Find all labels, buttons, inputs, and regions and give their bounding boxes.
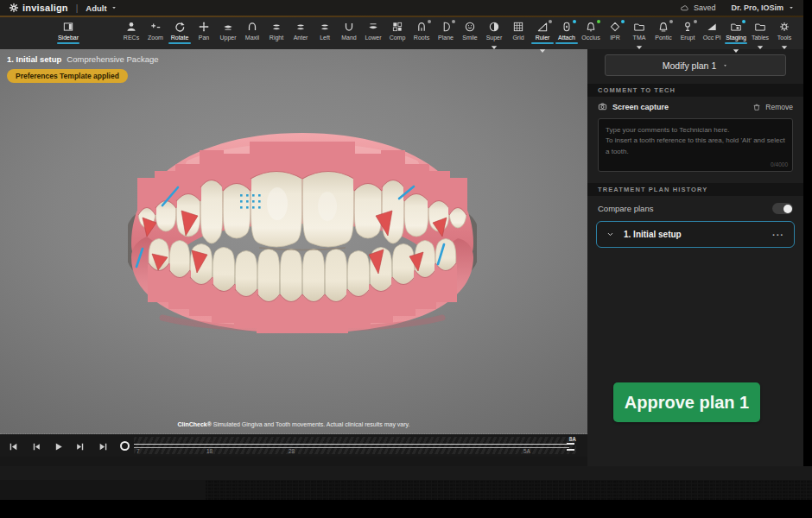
model-viewport[interactable]: 1. Initial setupComprehensive Package Pr… xyxy=(0,49,587,434)
video-noise-band xyxy=(206,480,812,500)
tool-icon xyxy=(609,21,621,33)
toolbar-item-occlus[interactable]: Occlus xyxy=(579,20,603,41)
compare-plans-row: Compare plans xyxy=(598,202,793,215)
status-dot xyxy=(428,20,431,23)
toolbar-item-comp[interactable]: Comp xyxy=(385,20,409,41)
tool-icon xyxy=(730,21,742,33)
screen-capture-label: Screen capture xyxy=(612,103,669,111)
plan-title: 1. Initial setupComprehensive Package xyxy=(7,54,159,64)
tool-icon xyxy=(464,21,476,33)
toolbar-item-grid[interactable]: Grid xyxy=(506,20,530,41)
tool-label: Super xyxy=(486,35,503,41)
brand-logo: invisalign xyxy=(9,3,68,13)
toolbar-item-lower[interactable]: Lower xyxy=(361,20,385,41)
more-options-icon[interactable]: ··· xyxy=(772,231,784,238)
caret-down-icon xyxy=(111,4,117,11)
tool-label: Anter xyxy=(294,35,308,41)
modify-plan-button[interactable]: Modify plan 1 xyxy=(605,54,786,76)
toolbar-item-right[interactable]: Right xyxy=(264,20,289,41)
playback-icon xyxy=(75,441,86,452)
tool-icon xyxy=(198,21,210,33)
teeth-3d-model[interactable] xyxy=(128,114,477,347)
playback-icon xyxy=(30,441,41,452)
approve-plan-button[interactable]: Approve plan 1 xyxy=(613,382,760,422)
remove-button[interactable]: Remove xyxy=(752,103,793,111)
caret-down-icon xyxy=(730,45,742,57)
toolbar-item-occ-pl[interactable]: Occ Pl xyxy=(700,20,724,41)
track-end-marker xyxy=(567,443,574,451)
tool-label: Right xyxy=(270,35,283,41)
toolbar-item-zoom[interactable]: Zoom xyxy=(143,20,168,41)
status-dot xyxy=(549,20,552,23)
status-dot xyxy=(597,20,600,23)
toolbar-item-plane[interactable]: Plane xyxy=(434,20,458,41)
caret-down-icon xyxy=(754,41,766,54)
tool-label: Mand xyxy=(341,35,357,41)
clincheck-disclaimer: ClinCheck® Simulated Gingiva and Tooth m… xyxy=(0,421,587,427)
tool-label: Maxil xyxy=(245,35,259,41)
compare-plans-toggle[interactable] xyxy=(772,203,793,214)
comment-textarea[interactable]: Type your comments to Technician here. T… xyxy=(598,118,793,172)
toolbar-item-tables[interactable]: Tables xyxy=(748,20,772,54)
active-underline xyxy=(168,42,191,44)
toolbar-item-erupt[interactable]: Erupt xyxy=(676,20,700,41)
toolbar-item-super[interactable]: Super xyxy=(482,20,506,54)
screen-capture-button[interactable]: Screen capture xyxy=(598,102,669,111)
toggle-knob xyxy=(783,205,792,213)
tool-icon xyxy=(488,21,500,33)
toolbar-item-roots[interactable]: Roots xyxy=(409,20,434,41)
toolbar-item-pontic[interactable]: Pontic xyxy=(651,20,676,41)
current-stage-marker[interactable] xyxy=(120,441,130,451)
top-bar: invisalign | Adult Saved Dr. Pro, IOSim xyxy=(0,0,803,16)
tool-label: Upper xyxy=(219,35,236,41)
toolbar-item-attach[interactable]: Attach xyxy=(555,20,579,44)
tool-icon xyxy=(512,21,524,33)
toolbar-item-ipr[interactable]: IPR xyxy=(603,20,627,41)
patient-mode-label: Adult xyxy=(86,3,106,13)
plan-history-item[interactable]: 1. Initial setup ··· xyxy=(596,221,795,248)
treatment-plan-history-header: TREATMENT PLAN HISTORY xyxy=(587,183,803,196)
top-bar-right: Saved Dr. Pro, IOSim xyxy=(680,3,795,13)
tool-label: Ruler xyxy=(536,35,550,41)
toolbar-item-tma[interactable]: TMA xyxy=(627,20,651,54)
tool-icon xyxy=(416,21,428,33)
package-label: Comprehensive Package xyxy=(67,54,158,64)
active-underline xyxy=(57,42,79,44)
tool-label: Occlus xyxy=(581,35,599,41)
toolbar-item-recs[interactable]: RECs xyxy=(119,20,143,41)
invisalign-gear-icon xyxy=(9,3,19,13)
toolbar-item-anter[interactable]: Anter xyxy=(289,20,313,41)
tool-icon xyxy=(391,21,403,33)
skip-to-first-stage-button[interactable] xyxy=(8,440,19,452)
sidebar-panel-icon xyxy=(62,21,74,33)
toolbar-item-upper[interactable]: Upper xyxy=(216,20,240,41)
end-stage-label: 8A xyxy=(569,436,576,442)
tool-icon xyxy=(246,21,258,33)
next-stage-button[interactable] xyxy=(75,440,86,452)
toolbar-item-staging[interactable]: Staging xyxy=(724,20,748,57)
patient-mode-dropdown[interactable]: Adult xyxy=(86,3,117,13)
user-menu[interactable]: Dr. Pro, IOSim xyxy=(731,3,795,12)
plan-name: 1. Initial setup xyxy=(7,54,61,64)
play-button[interactable] xyxy=(53,440,64,452)
tool-label: Pontic xyxy=(655,35,671,41)
disclaimer-text: Simulated Gingiva and Tooth movements. A… xyxy=(212,421,410,427)
chevron-down-icon xyxy=(606,231,614,238)
toolbar-item-mand[interactable]: Mand xyxy=(337,20,361,41)
toolbar-item-left[interactable]: Left xyxy=(313,20,337,41)
toolbar-item-ruler[interactable]: Ruler xyxy=(530,20,555,57)
toolbar-item-rotate[interactable]: Rotate xyxy=(168,20,192,44)
toolbar-item-tools[interactable]: Tools xyxy=(772,20,796,54)
tool-icon xyxy=(633,21,645,33)
active-underline xyxy=(531,42,554,44)
sidebar-toggle-button[interactable]: Sidebar xyxy=(54,20,83,44)
tool-label: Left xyxy=(320,35,330,41)
previous-stage-button[interactable] xyxy=(30,440,41,452)
tool-icon xyxy=(682,21,694,33)
toolbar-item-smile[interactable]: Smile xyxy=(458,20,482,41)
stage-track[interactable]: 8A 7 18 28 5A xyxy=(134,437,576,454)
toolbar-item-maxil[interactable]: Maxil xyxy=(240,20,264,41)
toolbar-item-pan[interactable]: Pan xyxy=(192,20,216,41)
comment-actions-row: Screen capture Remove xyxy=(598,100,793,113)
skip-to-last-stage-button[interactable] xyxy=(98,440,109,452)
